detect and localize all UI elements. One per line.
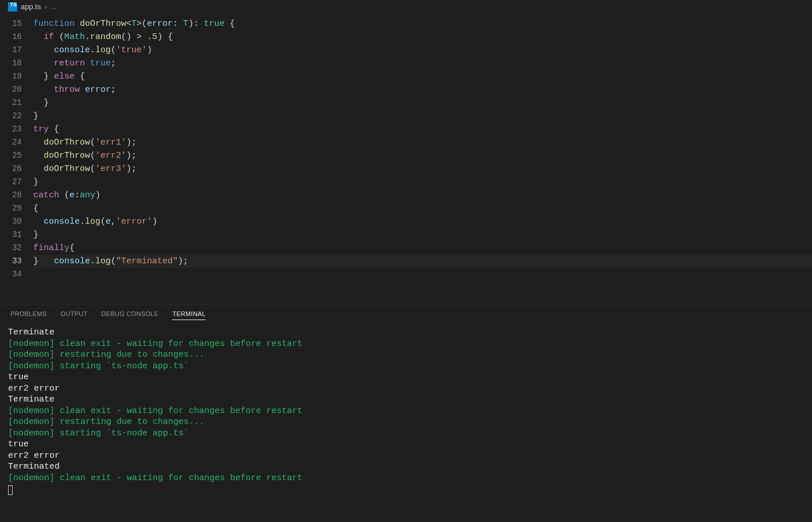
code-token: [33, 138, 44, 147]
code-token: ): [147, 45, 152, 55]
code-line[interactable]: doOrThrow('err3');: [33, 162, 812, 176]
code-token: finally: [33, 243, 69, 253]
typescript-file-icon: TS: [8, 2, 17, 11]
code-line[interactable]: }: [33, 255, 812, 268]
line-number: 26: [0, 162, 22, 176]
code-token: ;: [111, 59, 116, 68]
code-token: .: [90, 45, 95, 55]
code-line[interactable]: if (Math.random() > .5) {: [33, 30, 812, 44]
code-line[interactable]: function doOrThrow<T>(error: T): true {: [33, 17, 812, 30]
code-token: (: [100, 217, 106, 227]
code-token: );: [126, 138, 137, 147]
line-number: 17: [0, 44, 22, 57]
line-number: 25: [0, 149, 22, 162]
code-token: .: [85, 32, 90, 42]
line-number: 33: [0, 255, 22, 268]
code-token: log: [95, 45, 111, 55]
code-editor[interactable]: 1516171819202122232425262728293031323334…: [0, 14, 812, 304]
line-number: 34: [0, 268, 22, 281]
line-number: 20: [0, 83, 22, 96]
code-line[interactable]: console.log('true'): [33, 44, 812, 57]
terminal-output[interactable]: Terminate[nodemon] clean exit - waiting …: [0, 325, 812, 522]
code-token: doOrThrow: [44, 151, 90, 161]
code-line[interactable]: throw error;: [33, 83, 812, 96]
code-token: T: [131, 19, 137, 29]
code-line[interactable]: try {: [33, 123, 812, 136]
code-line[interactable]: return true;: [33, 57, 812, 70]
breadcrumb-file[interactable]: app.ts: [21, 0, 41, 14]
code-line[interactable]: doOrThrow('err1');: [33, 136, 812, 149]
code-token: if: [44, 32, 54, 42]
code-token: [33, 85, 54, 95]
code-token: [33, 217, 44, 227]
code-token: any: [80, 190, 95, 200]
breadcrumb-more[interactable]: ...: [50, 0, 57, 14]
terminal-line: Terminate: [8, 394, 804, 406]
code-token: ) {: [157, 32, 173, 42]
code-token: ): [95, 190, 100, 200]
code-line[interactable]: } else {: [33, 70, 812, 83]
code-token: 'error': [116, 217, 152, 227]
terminal-line: Terminated: [8, 461, 804, 473]
panel-tabs: PROBLEMSOUTPUTDEBUG CONSOLETERMINAL: [0, 305, 812, 325]
code-token: [85, 59, 90, 68]
code-line[interactable]: }: [33, 176, 812, 189]
line-number: 32: [0, 241, 22, 255]
code-token: }: [33, 177, 38, 187]
code-token: }: [33, 230, 38, 240]
terminal-line: [nodemon] restarting due to changes...: [8, 416, 804, 428]
code-line[interactable]: catch (e:any): [33, 189, 812, 202]
code-token: [33, 151, 44, 161]
code-token: error: [85, 85, 111, 95]
line-number: 31: [0, 228, 22, 241]
line-number: 18: [0, 57, 22, 70]
code-line[interactable]: }: [33, 228, 812, 241]
code-line[interactable]: }: [33, 96, 812, 110]
code-token: random: [90, 32, 121, 42]
code-token: true: [204, 19, 224, 29]
chevron-right-icon: ›: [44, 0, 46, 14]
code-token: 'true': [116, 45, 147, 55]
code-token: ): [152, 217, 157, 227]
line-gutter: 1516171819202122232425262728293031323334: [0, 17, 33, 304]
code-token: :: [75, 190, 80, 200]
code-token: true: [90, 59, 111, 68]
code-area[interactable]: function doOrThrow<T>(error: T): true { …: [33, 17, 812, 304]
code-token: console: [54, 45, 90, 55]
terminal-line: Terminate: [8, 327, 804, 338]
line-number: 15: [0, 17, 22, 30]
terminal-line: [nodemon] starting `ts-node app.ts`: [8, 428, 804, 439]
code-token: {: [69, 243, 75, 253]
line-number: 27: [0, 176, 22, 189]
code-token: (: [54, 32, 64, 42]
code-token: console: [44, 217, 80, 227]
code-token: ,: [111, 217, 116, 227]
code-line[interactable]: console.log(e,'error'): [33, 215, 812, 228]
code-token: doOrThrow: [44, 138, 90, 147]
code-token: 'err3': [95, 164, 126, 174]
code-token: >(: [137, 19, 147, 29]
panel-tab-debug-console[interactable]: DEBUG CONSOLE: [102, 310, 159, 320]
code-token: else: [54, 72, 75, 81]
code-token: {: [224, 19, 235, 29]
code-token: (: [111, 45, 116, 55]
panel-tab-problems[interactable]: PROBLEMS: [10, 310, 47, 320]
line-number: 16: [0, 30, 22, 44]
breadcrumb: TS app.ts › ...: [0, 0, 812, 14]
code-token: :: [173, 19, 183, 29]
code-token: }: [33, 98, 49, 108]
code-line[interactable]: doOrThrow('err2');: [33, 149, 812, 162]
code-token: function: [33, 19, 80, 29]
panel-tab-terminal[interactable]: TERMINAL: [172, 310, 205, 320]
code-token: (: [90, 138, 95, 147]
code-line[interactable]: }: [33, 110, 812, 123]
code-token: [33, 164, 44, 174]
line-number: 21: [0, 96, 22, 110]
code-line[interactable]: finally{: [33, 241, 812, 255]
terminal-line: true: [8, 372, 804, 383]
code-token: [33, 45, 54, 55]
code-token: log: [85, 217, 100, 227]
panel-tab-output[interactable]: OUTPUT: [61, 310, 88, 320]
code-token: [33, 59, 54, 68]
code-line[interactable]: {: [33, 202, 812, 215]
